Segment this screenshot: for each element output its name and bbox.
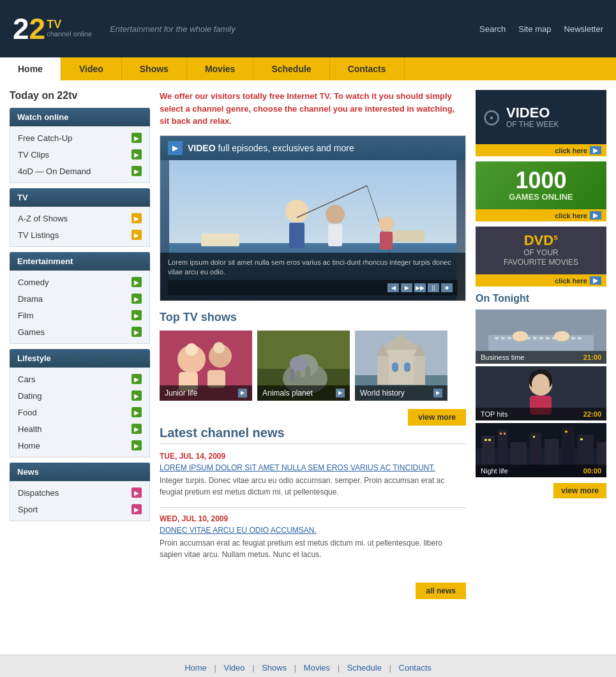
sidebar-section-news-header: News bbox=[10, 463, 150, 481]
tonight-label-2: TOP hits 22:00 bbox=[476, 408, 606, 420]
footer-link-contacts[interactable]: Contacts bbox=[399, 663, 432, 673]
video-icon: ▶ bbox=[168, 141, 183, 155]
news-date-1: TUE, JUL 14, 2009 bbox=[160, 452, 466, 461]
show-card-junior-life[interactable]: Junior life ▶ bbox=[160, 331, 252, 401]
main-nav: Home Video Shows Movies Schedule Contact… bbox=[0, 57, 616, 80]
sidebar-item-free-catchup[interactable]: Free Catch-Up ▶ bbox=[10, 130, 149, 146]
video-week-subtitle: OF THE WEEK bbox=[506, 120, 559, 129]
sidebar-item-games[interactable]: Games ▶ bbox=[10, 324, 149, 340]
svg-rect-47 bbox=[546, 337, 550, 339]
sidebar-item-cars[interactable]: Cars ▶ bbox=[10, 371, 149, 387]
svg-rect-65 bbox=[511, 442, 527, 468]
click-here-arrow: ▶ bbox=[590, 211, 601, 219]
nav-video[interactable]: Video bbox=[61, 57, 122, 80]
arrow-icon: ▶ bbox=[131, 166, 142, 176]
video-week-text: VIDEO OF THE WEEK bbox=[506, 106, 559, 129]
logo-tv: TV bbox=[47, 19, 92, 30]
svg-rect-26 bbox=[290, 369, 294, 382]
sidebar-section-watch: Watch online Free Catch-Up ▶ TV Clips ▶ … bbox=[10, 108, 150, 183]
svg-rect-69 bbox=[578, 435, 594, 468]
play-btn[interactable]: ▶▶ bbox=[414, 283, 426, 292]
nav-home[interactable]: Home bbox=[0, 57, 61, 80]
svg-point-4 bbox=[285, 200, 308, 223]
sidebar-item-tv-clips[interactable]: TV Clips ▶ bbox=[10, 146, 149, 163]
arrow-icon: ▶ bbox=[131, 424, 142, 434]
footer-link-movies[interactable]: Movies bbox=[304, 663, 330, 673]
top-shows-section: Top TV shows Junior life ▶ bbox=[160, 311, 466, 401]
news-item-1: TUE, JUL 14, 2009 LOREM IPSUM DOLOR SIT … bbox=[160, 452, 466, 498]
intro-text: We offer our visitors totally free Inter… bbox=[160, 90, 466, 128]
nav-schedule[interactable]: Schedule bbox=[253, 57, 329, 80]
dvd-subtitle-2: FAVOURITE MOVIES bbox=[504, 258, 578, 268]
nav-contacts[interactable]: Contacts bbox=[330, 57, 405, 80]
show-card-animals-planet[interactable]: Animals planet ▶ bbox=[257, 331, 350, 401]
svg-rect-74 bbox=[504, 433, 506, 435]
sidebar-item-4od[interactable]: 4oD — On Demand ▶ bbox=[10, 163, 149, 179]
arrow-icon: ▶ bbox=[131, 149, 142, 160]
sidebar-item-health[interactable]: Health ▶ bbox=[10, 420, 149, 437]
sidebar-item-az-shows[interactable]: A-Z of Shows ▶ bbox=[10, 210, 149, 227]
on-tonight-title: On Tonight bbox=[476, 293, 606, 304]
sidebar-section-news-items: Dispatches ▶ Sport ▶ bbox=[10, 481, 150, 521]
sidebar-item-comedy[interactable]: Comedy ▶ bbox=[10, 274, 149, 290]
sidebar-section-news: News Dispatches ▶ Sport ▶ bbox=[10, 463, 150, 521]
news-title-2[interactable]: DONEC VITAE ARCU EU ODIO ACCUMSAN. bbox=[160, 526, 466, 535]
show-card-world-history[interactable]: World history ▶ bbox=[355, 331, 447, 401]
arrow-icon: ▶ bbox=[131, 504, 142, 514]
dvd-click-here[interactable]: click here ▶ bbox=[476, 274, 606, 286]
news-title-1[interactable]: LOREM IPSUM DOLOR SIT AMET NULLA SEM ERO… bbox=[160, 463, 466, 472]
arrow-icon: ▶ bbox=[131, 294, 142, 304]
footer-link-schedule[interactable]: Schedule bbox=[347, 663, 382, 673]
sidebar-item-tv-listings[interactable]: TV Listings ▶ bbox=[10, 227, 149, 243]
pause-btn[interactable]: || bbox=[428, 283, 439, 292]
sitemap-link[interactable]: Site map bbox=[518, 24, 551, 34]
news-date-2: WED, JUL 10, 2009 bbox=[160, 514, 466, 523]
search-link[interactable]: Search bbox=[479, 24, 506, 34]
video-caption: Lorem ipsum dolor sit amet nulla sem ero… bbox=[160, 253, 465, 301]
dvd-block: DVDs OF YOUR FAVOURITE MOVIES click here… bbox=[476, 227, 606, 286]
nav-shows[interactable]: Shows bbox=[122, 57, 187, 80]
footer-link-shows[interactable]: Shows bbox=[262, 663, 287, 673]
tonight-time-2: 22:00 bbox=[583, 410, 601, 418]
stop-btn[interactable]: ■ bbox=[441, 283, 453, 292]
sidebar-item-food[interactable]: Food ▶ bbox=[10, 404, 149, 420]
svg-point-54 bbox=[554, 331, 569, 341]
show-play-icon: ▶ bbox=[433, 389, 442, 398]
view-more-tonight-button[interactable]: view more bbox=[553, 483, 606, 498]
games-click-here[interactable]: click here ▶ bbox=[476, 209, 606, 221]
video-player[interactable]: Lorem ipsum dolor sit amet nulla sem ero… bbox=[160, 160, 465, 301]
sidebar-item-sport[interactable]: Sport ▶ bbox=[10, 501, 149, 517]
footer-nav: Home | Video | Shows | Movies | Schedule… bbox=[0, 655, 616, 677]
sidebar-item-dispatches[interactable]: Dispatches ▶ bbox=[10, 484, 149, 501]
click-here-arrow: ▶ bbox=[590, 146, 601, 154]
next-btn[interactable]: ▶ bbox=[401, 283, 412, 292]
sidebar-item-home[interactable]: Home ▶ bbox=[10, 437, 149, 454]
all-news-button[interactable]: all news bbox=[416, 583, 466, 599]
svg-point-10 bbox=[379, 216, 394, 232]
tonight-card-night-life[interactable]: Night life 00:00 bbox=[476, 423, 606, 477]
tonight-card-top-hits[interactable]: TOP hits 22:00 bbox=[476, 366, 606, 420]
footer-link-home[interactable]: Home bbox=[184, 663, 207, 673]
svg-rect-64 bbox=[498, 429, 507, 468]
svg-rect-45 bbox=[533, 337, 537, 339]
sidebar-item-dating[interactable]: Dating ▶ bbox=[10, 387, 149, 404]
arrow-icon: ▶ bbox=[131, 327, 142, 337]
tonight-time-3: 00:00 bbox=[583, 467, 601, 475]
svg-rect-72 bbox=[488, 439, 491, 441]
prev-btn[interactable]: ◀ bbox=[387, 283, 399, 292]
svg-rect-35 bbox=[392, 362, 398, 372]
newsletter-link[interactable]: Newsletter bbox=[564, 24, 603, 34]
svg-rect-66 bbox=[530, 433, 541, 468]
sidebar-item-film[interactable]: Film ▶ bbox=[10, 307, 149, 324]
svg-rect-76 bbox=[565, 431, 567, 433]
nav-movies[interactable]: Movies bbox=[187, 57, 253, 80]
video-week-click-here[interactable]: click here ▶ bbox=[476, 144, 606, 156]
view-more-shows-button[interactable]: view more bbox=[408, 409, 466, 426]
video-week-title: VIDEO bbox=[506, 106, 559, 120]
footer-link-video[interactable]: Video bbox=[224, 663, 245, 673]
logo-area: 22 TV channel online Entertainment for t… bbox=[13, 14, 236, 43]
svg-rect-7 bbox=[328, 224, 342, 246]
tonight-card-business[interactable]: Business time 21:00 bbox=[476, 309, 606, 364]
sidebar-item-drama[interactable]: Drama ▶ bbox=[10, 290, 149, 307]
svg-rect-46 bbox=[539, 337, 543, 339]
